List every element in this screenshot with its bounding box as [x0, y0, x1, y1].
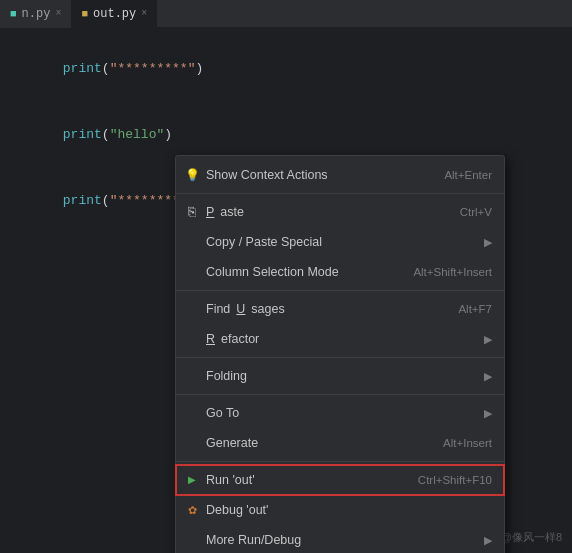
menu-label-more-run-debug: More Run/Debug	[206, 529, 301, 551]
run-icon: ▶	[184, 469, 200, 491]
menu-item-generate[interactable]: Generate Alt+Insert	[176, 428, 504, 458]
keyword-print-1: print	[63, 61, 102, 76]
tab-out-py-label: out.py	[93, 7, 136, 21]
menu-label-copy-paste-special: Copy / Paste Special	[206, 231, 322, 253]
menu-label-folding: Folding	[206, 365, 247, 387]
paste-icon: ⎘	[184, 201, 200, 223]
menu-label-go-to: Go To	[206, 402, 239, 424]
tab-n-py[interactable]: ■ n.py ×	[0, 0, 71, 28]
tab-out-py[interactable]: ■ out.py ×	[71, 0, 157, 28]
menu-item-folding[interactable]: Folding ▶	[176, 361, 504, 391]
separator-2	[176, 290, 504, 291]
tab-bar: ■ n.py × ■ out.py ×	[0, 0, 572, 28]
keyword-print-2: print	[63, 127, 102, 142]
menu-item-more-run-debug[interactable]: More Run/Debug ▶	[176, 525, 504, 553]
shortcut-column-selection: Alt+Shift+Insert	[413, 261, 492, 283]
paste-u: P	[206, 201, 214, 223]
arrow-go-to: ▶	[484, 402, 492, 424]
menu-item-paste[interactable]: ⎘ PPasteaste Ctrl+V	[176, 197, 504, 227]
context-menu: 💡 Show Context Actions Alt+Enter ⎘ PPast…	[175, 155, 505, 553]
separator-5	[176, 461, 504, 462]
menu-item-find-usages[interactable]: Find Usages Alt+F7	[176, 294, 504, 324]
menu-label-column-selection: Column Selection Mode	[206, 261, 339, 283]
separator-3	[176, 357, 504, 358]
string-stars-1: "*********"	[110, 61, 196, 76]
menu-label-debug-out: Debug 'out'	[206, 499, 268, 521]
shortcut-find-usages: Alt+F7	[458, 298, 492, 320]
arrow-folding: ▶	[484, 365, 492, 387]
separator-4	[176, 394, 504, 395]
string-hello: "hello"	[110, 127, 165, 142]
find-u: U	[236, 298, 245, 320]
shortcut-run-out: Ctrl+Shift+F10	[418, 469, 492, 491]
refactor-u: R	[206, 328, 215, 350]
out-icon: ■	[81, 8, 88, 20]
shortcut-show-context: Alt+Enter	[444, 164, 492, 186]
keyword-print-3: print	[63, 193, 102, 208]
separator-1	[176, 193, 504, 194]
lightbulb-icon: 💡	[184, 164, 200, 186]
menu-item-debug-out[interactable]: ✿ Debug 'out'	[176, 495, 504, 525]
menu-label-generate: Generate	[206, 432, 258, 454]
tab-out-py-close[interactable]: ×	[141, 8, 147, 19]
shortcut-generate: Alt+Insert	[443, 432, 492, 454]
menu-item-copy-paste-special[interactable]: Copy / Paste Special ▶	[176, 227, 504, 257]
arrow-more-run-debug: ▶	[484, 529, 492, 551]
menu-item-column-selection[interactable]: Column Selection Mode Alt+Shift+Insert	[176, 257, 504, 287]
menu-label-run-out: Run 'out'	[206, 469, 255, 491]
editor-area: ■ n.py × ■ out.py × print("*********") p…	[0, 0, 572, 553]
tab-n-py-close[interactable]: ×	[55, 8, 61, 19]
menu-item-refactor[interactable]: Refactor ▶	[176, 324, 504, 354]
menu-item-go-to[interactable]: Go To ▶	[176, 398, 504, 428]
arrow-refactor: ▶	[484, 328, 492, 350]
debug-icon: ✿	[184, 499, 200, 521]
arrow-copy-paste-special: ▶	[484, 231, 492, 253]
menu-item-show-context[interactable]: 💡 Show Context Actions Alt+Enter	[176, 160, 504, 190]
py-icon: ■	[10, 8, 17, 20]
tab-n-py-label: n.py	[22, 7, 51, 21]
menu-label-show-context: Show Context Actions	[206, 164, 328, 186]
shortcut-paste: Ctrl+V	[460, 201, 492, 223]
menu-item-run-out[interactable]: ▶ Run 'out' Ctrl+Shift+F10	[176, 465, 504, 495]
code-line-1: print("*********")	[16, 36, 572, 102]
